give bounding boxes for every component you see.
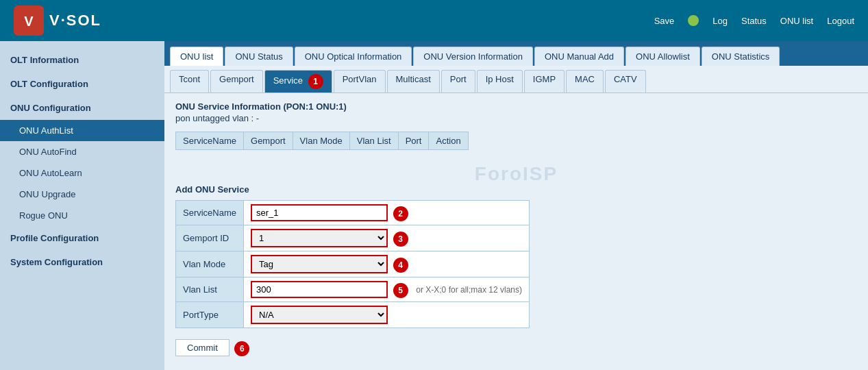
badge-5: 5 [393,283,408,298]
sidebar-item-onu-configuration[interactable]: ONU Configuration [0,96,164,120]
watermark-area: ForoISP [175,164,857,184]
logo-text: V·SOL [49,12,101,29]
sidebar-item-olt-information[interactable]: OLT Information [0,48,164,72]
field-vlan-mode: Tag Transparent Translate 4 [244,251,530,278]
tab-iphost[interactable]: Ip Host [477,70,523,92]
header-right: Save Log Status ONU list Logout [654,15,854,26]
vlan-hint-text: or X-X;0 for all;max 12 vlans) [416,285,522,295]
col-gemport: Gemport [244,132,293,150]
header: V V·SOL Save Log Status ONU list Logout [0,0,868,41]
onu-list-link[interactable]: ONU list [780,16,813,26]
label-servicename: ServiceName [176,201,244,225]
tab-igmp[interactable]: IGMP [524,70,565,92]
select-vlan-mode[interactable]: Tag Transparent Translate [251,255,388,273]
status-link[interactable]: Status [741,16,767,26]
section-title: ONU Service Information (PON:1 ONU:1) [175,101,857,112]
svg-text:V: V [24,14,34,29]
field-porttype: N/A ETH VEIP [244,302,530,328]
sidebar-item-olt-configuration[interactable]: OLT Configuration [0,72,164,96]
tab-gemport[interactable]: Gemport [210,70,263,92]
select-porttype[interactable]: N/A ETH VEIP [251,306,388,324]
layout: OLT Information OLT Configuration ONU Co… [0,41,868,370]
form-row-servicename: ServiceName 2 [176,201,530,225]
sidebar-item-onu-upgrade[interactable]: ONU Upgrade [0,184,164,205]
tab-onu-statistics[interactable]: ONU Statistics [702,47,780,66]
tab-onu-version-information[interactable]: ONU Version Information [413,47,533,66]
add-service-title: Add ONU Service [175,184,857,195]
col-vlanmode: Vlan Mode [293,132,349,150]
logo-area: V V·SOL [14,5,101,36]
tab-onu-list[interactable]: ONU list [170,47,223,66]
sidebar: OLT Information OLT Configuration ONU Co… [0,41,164,370]
watermark: ForoISP [475,163,558,185]
badge-3: 3 [393,232,408,247]
main-content: ONU list ONU Status ONU Optical Informat… [164,41,868,370]
tab-onu-allowlist[interactable]: ONU Allowlist [625,47,700,66]
save-button[interactable]: Save [654,16,675,26]
col-port: Port [398,132,429,150]
tab-onu-status[interactable]: ONU Status [225,47,293,66]
field-vlan-list: 5 or X-X;0 for all;max 12 vlans) [244,278,530,302]
form-row-porttype: PortType N/A ETH VEIP [176,302,530,328]
field-servicename: 2 [244,201,530,225]
service-badge: 1 [308,74,323,89]
add-service-form: ServiceName 2 Gemport ID 1 2 3 [175,200,530,328]
col-servicename: ServiceName [176,132,244,150]
form-row-vlanlist: Vlan List 5 or X-X;0 for all;max 12 vlan… [176,278,530,302]
col-vlanlist: Vlan List [349,132,398,150]
section-sub: pon untagged vlan : - [175,113,857,123]
tab-portvlan[interactable]: PortVlan [334,70,386,92]
select-gemport-id[interactable]: 1 2 3 4 [251,229,388,247]
logout-link[interactable]: Logout [827,16,854,26]
field-gemport-id: 1 2 3 4 3 [244,225,530,251]
label-vlan-mode: Vlan Mode [176,251,244,278]
badge-6: 6 [234,341,249,356]
sidebar-item-profile-configuration[interactable]: Profile Configuration [0,226,164,250]
sidebar-item-onu-autolearn[interactable]: ONU AutoLearn [0,162,164,184]
tab-service[interactable]: Service 1 [264,70,332,92]
secondary-tab-bar: Tcont Gemport Service 1 PortVlan Multica… [164,66,868,93]
tab-port[interactable]: Port [441,70,475,92]
sidebar-item-onu-authlist[interactable]: ONU AuthList [0,120,164,141]
badge-2: 2 [393,206,408,221]
vsol-logo-icon: V [14,5,44,36]
sidebar-item-system-configuration[interactable]: System Configuration [0,250,164,274]
tab-onu-manual-add[interactable]: ONU Manual Add [534,47,624,66]
label-porttype: PortType [176,302,244,328]
tab-mac[interactable]: MAC [566,70,604,92]
commit-button[interactable]: Commit [175,339,230,356]
commit-area: Commit 6 [175,334,857,356]
badge-4: 4 [393,258,408,273]
top-tab-bar: ONU list ONU Status ONU Optical Informat… [164,41,868,66]
tab-catv[interactable]: CATV [605,70,646,92]
tab-multicast[interactable]: Multicast [387,70,440,92]
col-action: Action [429,132,468,150]
label-vlan-list: Vlan List [176,278,244,302]
content-area: ONU Service Information (PON:1 ONU:1) po… [164,93,868,365]
label-gemport-id: Gemport ID [176,225,244,251]
tab-tcont[interactable]: Tcont [170,70,209,92]
input-vlan-list[interactable] [251,281,388,298]
sidebar-item-rogue-onu[interactable]: Rogue ONU [0,205,164,226]
tab-onu-optical-information[interactable]: ONU Optical Information [295,47,412,66]
status-indicator [688,15,699,26]
log-link[interactable]: Log [712,16,728,26]
form-row-vlanmode: Vlan Mode Tag Transparent Translate 4 [176,251,530,278]
input-servicename[interactable] [251,204,388,221]
form-row-gemport: Gemport ID 1 2 3 4 3 [176,225,530,251]
service-table: ServiceName Gemport Vlan Mode Vlan List … [175,132,469,150]
sidebar-item-onu-autofind[interactable]: ONU AutoFind [0,141,164,162]
